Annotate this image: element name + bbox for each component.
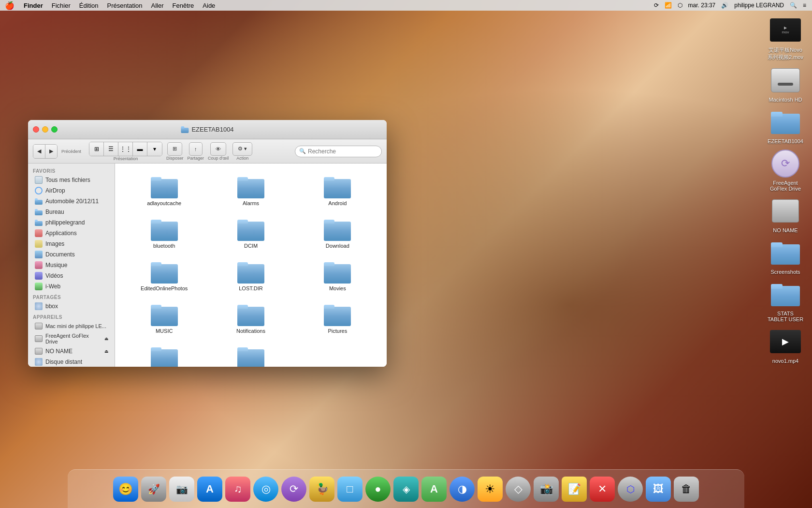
file-item-podcasts[interactable]: Podcasts (123, 342, 205, 367)
desktop-icon-stats[interactable]: STATSTABLET USER (764, 279, 807, 322)
freeagent-eject-icon[interactable]: ⏏ (104, 336, 109, 341)
sidebar-item-bbox[interactable]: bbox (30, 301, 113, 312)
search-input[interactable] (308, 148, 377, 155)
desktop-icon-freeagent[interactable]: ⟳ FreeAgentGoFlex Drive (764, 148, 807, 192)
dock-item-bluetooth[interactable]: ⬡ (618, 477, 643, 502)
sidebar-item-applications[interactable]: Applications (30, 228, 113, 239)
dock-item-android[interactable]: A (421, 477, 447, 502)
menubar-wifi[interactable]: 📶 (663, 2, 674, 9)
sidebar-item-musique[interactable]: Musique (30, 260, 113, 270)
menubar-search[interactable]: 🔍 (788, 2, 799, 9)
dock-item-cross[interactable]: ✕ (590, 477, 615, 502)
menubar-bluetooth[interactable]: ⬡ (676, 2, 684, 9)
file-item-movies[interactable]: Movies (296, 256, 379, 295)
menu-aller[interactable]: Aller (147, 0, 168, 11)
dock-item-finder[interactable]: 😊 (113, 477, 138, 502)
finder-window: EZEETAB1004 ◀ ▶ Précédent ⊞ ☰ ⋮⋮ ▬ ▾ Pré… (28, 120, 387, 367)
dock-item-cyberduck[interactable]: 🦆 (309, 477, 334, 502)
view-icon[interactable]: ⊞ (89, 142, 104, 156)
view-dropdown[interactable]: ▾ (147, 142, 162, 156)
sidebar-label-noname: NO NAME (45, 348, 72, 355)
menu-edition[interactable]: Édition (75, 0, 103, 11)
menubar-user[interactable]: philippe LEGRAND (732, 2, 786, 9)
sidebar-item-automobile[interactable]: Automobile 20/12/11 (30, 196, 113, 207)
sidebar-item-images[interactable]: Images (30, 239, 113, 249)
sidebar-item-noname[interactable]: NO NAME ⏏ (30, 346, 113, 357)
share-button[interactable]: ↑ (189, 142, 203, 156)
maximize-button[interactable] (51, 126, 58, 133)
sidebar-item-documents[interactable]: Documents (30, 249, 113, 260)
sidebar-item-all-files[interactable]: Tous mes fichiers (30, 175, 113, 185)
stats-folder-icon (771, 282, 800, 306)
file-item-pictures[interactable]: Pictures (296, 299, 379, 338)
file-item-editedonlinephotos[interactable]: EditedOnlinePhotos (123, 256, 205, 295)
view-list[interactable]: ☰ (104, 142, 118, 156)
app-name[interactable]: Finder (19, 0, 47, 11)
action-button[interactable]: ⚙▾ (232, 142, 252, 156)
file-item-download[interactable]: Download (296, 214, 379, 253)
menubar-menu-extra[interactable]: ≡ (801, 2, 808, 9)
file-item-adlayoutcache[interactable]: adlayoutcache (123, 171, 205, 210)
view-container: ⊞ ☰ ⋮⋮ ▬ ▾ Présentation (89, 142, 162, 161)
menubar-volume[interactable]: 🔊 (719, 2, 730, 9)
sidebar-item-freeagent[interactable]: FreeAgent GoFlex Drive ⏏ (30, 331, 113, 346)
dock-item-dropbox[interactable]: □ (337, 477, 362, 502)
desktop-icon-screenshots[interactable]: Screenshots (764, 237, 807, 275)
file-item-bluetooth[interactable]: bluetooth (123, 214, 205, 253)
dock-item-trash[interactable]: 🗑 (674, 477, 699, 502)
sidebar-item-disque-distant[interactable]: Disque distant (30, 357, 113, 367)
dock-item-virtualbox[interactable]: ◈ (393, 477, 419, 502)
view-column[interactable]: ⋮⋮ (118, 142, 133, 156)
dock-item-photos[interactable]: 📷 (169, 477, 194, 502)
file-item-lostdir[interactable]: LOST.DIR (209, 256, 292, 295)
dock-item-launchpad[interactable]: 🚀 (141, 477, 166, 502)
folder-icon-adlayoutcache (151, 175, 178, 198)
nav-buttons: ◀ ▶ (33, 144, 58, 159)
sidebar-item-videos[interactable]: Vidéos (30, 270, 113, 281)
dock-item-safari[interactable]: ◎ (253, 477, 278, 502)
sidebar-item-bureau[interactable]: Bureau (30, 207, 113, 217)
file-item-dcim[interactable]: DCIM (209, 214, 292, 253)
dock-item-weather[interactable]: ☀ (478, 477, 503, 502)
menu-fenetre[interactable]: Fenêtre (168, 0, 199, 11)
dock-item-network[interactable]: ● (365, 477, 391, 502)
desktop-icon-noname[interactable]: NO NAME (764, 195, 807, 233)
sidebar-item-iweb[interactable]: i-Web (30, 281, 113, 292)
sidebar-item-macmini[interactable]: Mac mini de philippe LE... (30, 321, 113, 331)
apple-menu[interactable]: 🍎 (0, 0, 19, 11)
desktop-icon-ezeetab[interactable]: EZEETAB1004 (764, 106, 807, 144)
dock-item-quicksilver[interactable]: ◇ (506, 477, 531, 502)
dock-item-camera[interactable]: 📸 (534, 477, 559, 502)
forward-button[interactable]: ▶ (45, 145, 57, 158)
desktop-icon-novo1[interactable]: ▶ novo1.mp4 (764, 326, 807, 364)
menu-presentation[interactable]: Présentation (103, 0, 147, 11)
sidebar-item-airdrop[interactable]: AirDrop (30, 185, 113, 196)
dock-item-timemachine[interactable]: ⟳ (281, 477, 306, 502)
menu-fichier[interactable]: Fichier (47, 0, 75, 11)
back-button[interactable]: ◀ (33, 145, 45, 158)
dock-item-notes[interactable]: 📝 (562, 477, 587, 502)
file-item-music[interactable]: MUSIC (123, 299, 205, 338)
disposer-button[interactable]: ⊞ (167, 142, 182, 156)
file-item-ringtones[interactable]: Ringtones (209, 342, 292, 367)
minimize-button[interactable] (42, 126, 48, 133)
action-container: ⚙▾ Action (232, 142, 252, 161)
dock-item-music[interactable]: ♫ (225, 477, 250, 502)
sidebar-item-philippe[interactable]: philippelegrand (30, 217, 113, 228)
view-coverflow[interactable]: ▬ (133, 142, 147, 156)
dock-item-preview[interactable]: 🖼 (646, 477, 671, 502)
menubar-timemachine[interactable]: ⟳ (652, 2, 661, 9)
file-item-notifications[interactable]: Notifications (209, 299, 292, 338)
dock-item-appstore[interactable]: A (197, 477, 222, 502)
file-item-alarms[interactable]: Alarms (209, 171, 292, 210)
close-button[interactable] (33, 126, 39, 133)
menu-aide[interactable]: Aide (198, 0, 219, 11)
desktop-icon-macintosh-hd[interactable]: Macintosh HD (764, 65, 807, 103)
file-item-android[interactable]: Android (296, 171, 379, 210)
noname-eject-icon[interactable]: ⏏ (104, 349, 109, 354)
dock-item-browser[interactable]: ◑ (450, 477, 475, 502)
desktop-icon-video2[interactable]: ▶mov 艾诺平板Novo系列视频2.mov (764, 15, 807, 61)
quicklook-button[interactable]: 👁 (210, 142, 226, 156)
folder-icon-android (324, 175, 351, 198)
share-label: Partager (188, 156, 204, 161)
